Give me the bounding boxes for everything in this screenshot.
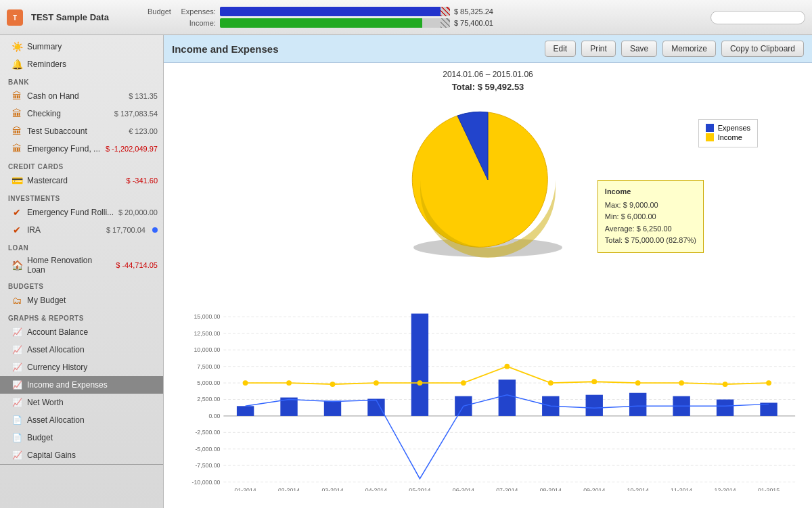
sidebar-item-reminders[interactable]: 🔔 Reminders [0,55,163,73]
sidebar-item-subaccount[interactable]: 🏛 Test Subaccount € 123.00 [0,122,163,140]
emergency-label: Emergency Fund, ... [27,144,102,154]
section-budgets: BUDGETS [0,277,163,292]
sidebar-item-emergency[interactable]: 🏛 Emergency Fund, ... $ -1,202,049.97 [0,140,163,158]
svg-text:12,500.00: 12,500.00 [194,330,220,337]
bank-icon-emergency: 🏛 [11,143,23,155]
search-input[interactable] [710,11,805,24]
checking-label: Checking [27,109,110,118]
efr-amount: $ 20,000.00 [118,208,158,216]
sidebar-item-checking[interactable]: 🏛 Checking $ 137,083.54 [0,105,163,122]
x-label-3: 03-2014 [321,487,343,491]
sidebar: ☀️ Summary 🔔 Reminders BANK 🏛 Cash on Ha… [0,35,164,508]
ira-label: IRA [27,225,102,235]
cc-icon: 💳 [11,175,23,187]
svg-text:2,500.00: 2,500.00 [197,396,220,402]
budget-label: Budget [131,7,171,16]
chart-total: Total: $ 59,492.53 [177,82,798,92]
sidebar-item-capital-gains[interactable]: 📈 Capital Gains [0,446,163,464]
print-button[interactable]: Print [581,41,616,57]
mybudget-label: My Budget [27,296,158,305]
emergency-amount: $ -1,202,049.97 [106,145,158,153]
subaccount-amount: € 123.00 [129,127,158,135]
memorize-button[interactable]: Memorize [662,41,716,57]
income-bar [220,18,450,28]
x-label-1: 01-2014 [235,487,256,491]
section-cc: CREDIT CARDS [0,158,163,172]
aa2-label: Asset Allocation [27,415,158,425]
app-icon: T [7,9,23,26]
income-amount: $ 75,400.01 [454,19,508,27]
income-dot-10 [635,380,641,386]
ira-dot [152,227,158,233]
income-bar-stripe [441,18,450,28]
checking-amount: $ 137,083.54 [114,110,158,118]
reminders-icon: 🔔 [11,58,23,70]
income-dot-3 [330,382,336,387]
report-header: Income and Expenses Edit Print Save Memo… [164,35,812,63]
graph-icon-nw: 📈 [11,396,23,409]
edit-button[interactable]: Edit [545,41,577,57]
x-label-8: 08-2014 [540,487,562,491]
sidebar-item-income-expenses[interactable]: 📈 Income and Expenses [0,376,163,394]
graph-icon-aa: 📈 [11,344,23,356]
sidebar-reminders-label: Reminders [27,60,158,69]
expenses-bar-stripe [441,7,450,16]
tooltip-min: Min: $ 6,000.00 [605,211,696,223]
sidebar-bottom [0,464,163,468]
expenses-label: Expenses: [175,7,216,16]
ab-label: Account Balance [27,327,158,337]
section-investments: INVESTMENTS [0,189,163,204]
sidebar-item-mastercard[interactable]: 💳 Mastercard $ -341.60 [0,172,163,189]
chart-inner: 2014.01.06 – 2015.01.06 Total: $ 59,492.… [164,63,812,500]
income-dot-9 [591,379,597,384]
sidebar-item-asset-alloc[interactable]: 📈 Asset Allocation [0,341,163,359]
sidebar-item-summary[interactable]: ☀️ Summary [0,38,163,55]
toolbar: T TEST Sample Data Budget Expenses: $ 85… [0,0,812,35]
sidebar-item-ira[interactable]: ✔ IRA $ 17,700.04 [0,221,163,239]
x-label-4: 04-2014 [365,487,387,491]
invest-icon-ira: ✔ [11,224,23,236]
section-bank: BANK [0,73,163,87]
save-button[interactable]: Save [621,41,657,57]
svg-text:10,000.00: 10,000.00 [194,346,220,353]
expenses-amount: $ 85,325.24 [454,7,508,16]
budget-icon: 🗂 [11,294,23,306]
bar-07-2014 [499,379,516,416]
cash-amount: $ 131.35 [129,92,158,100]
mastercard-label: Mastercard [27,176,122,185]
bar-chart-container: .grid-line { stroke: #ccc; stroke-width:… [177,281,798,493]
svg-text:5,000.00: 5,000.00 [197,379,220,386]
chart-legend: Expenses Income [698,119,758,147]
svg-text:T: T [13,14,17,22]
svg-text:7,500.00: 7,500.00 [197,363,220,370]
sidebar-item-homeloan[interactable]: 🏠 Home Renovation Loan $ -44,714.05 [0,253,163,277]
efr-label: Emergency Fund Rolli... [27,208,114,217]
graph-icon-ch: 📈 [11,361,23,373]
sidebar-item-efr[interactable]: ✔ Emergency Fund Rolli... $ 20,000.00 [0,204,163,221]
bar-chart-svg: .grid-line { stroke: #ccc; stroke-width:… [177,281,798,491]
income-dot-1 [243,380,248,386]
sidebar-item-asset-alloc2[interactable]: 📄 Asset Allocation [0,411,163,429]
sidebar-item-budget-report[interactable]: 📄 Budget [0,429,163,446]
svg-text:-2,500.00: -2,500.00 [195,429,220,436]
sidebar-item-net-worth[interactable]: 📈 Net Worth [0,394,163,411]
income-dot-8 [548,380,554,386]
legend-income-color [706,133,714,141]
x-label-12: 12-2014 [715,487,736,491]
copy-button[interactable]: Copy to Clipboard [721,41,804,57]
budget-section: Budget Expenses: $ 85,325.24 Income: $ 7… [131,7,702,28]
income-dot-13 [766,380,771,386]
svg-text:0.00: 0.00 [208,413,220,419]
income-dot-7 [504,364,510,369]
income-dot-4 [374,380,379,386]
income-bar-fill [220,18,422,28]
income-dot-11 [679,380,684,386]
sidebar-item-currency[interactable]: 📈 Currency History [0,359,163,376]
legend-expenses-color [706,124,714,132]
legend-income-label: Income [718,133,742,141]
sidebar-item-mybudget[interactable]: 🗂 My Budget [0,292,163,309]
homeloan-amount: $ -44,714.05 [116,261,158,269]
sidebar-item-account-balance[interactable]: 📈 Account Balance [0,323,163,341]
section-loan: LOAN [0,239,163,253]
sidebar-item-cash[interactable]: 🏛 Cash on Hand $ 131.35 [0,87,163,105]
